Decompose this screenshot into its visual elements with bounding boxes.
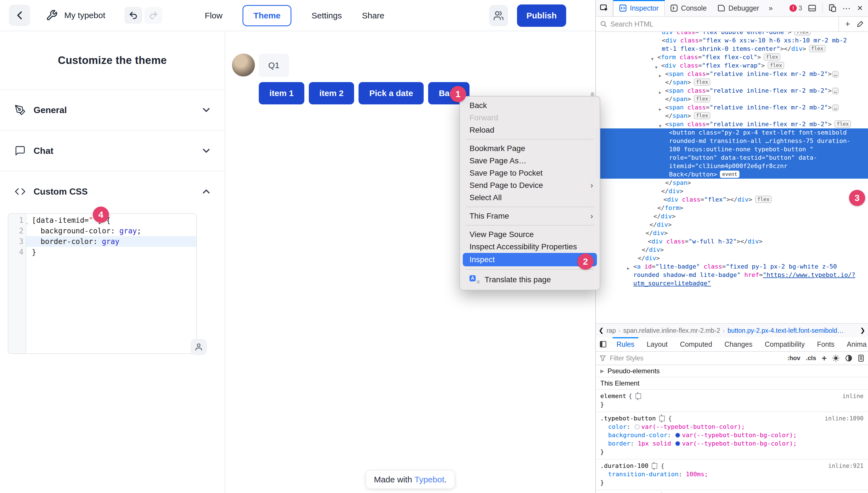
color-swatch[interactable] bbox=[675, 441, 680, 446]
pick-element-button[interactable] bbox=[596, 0, 613, 16]
rule-source-link[interactable]: inline bbox=[842, 392, 864, 400]
twisty-right-icon[interactable]: ▶ bbox=[659, 71, 661, 80]
tab-settings[interactable]: Settings bbox=[311, 11, 342, 20]
rule-settings-icon[interactable] bbox=[635, 393, 641, 399]
markup-node[interactable]: </div> bbox=[596, 212, 868, 220]
code-line[interactable]: background-color: gray; bbox=[26, 226, 196, 236]
markup-node-selected[interactable]: <button class="py-2 px-4 text-left font-… bbox=[596, 128, 868, 179]
breadcrumb-item[interactable]: button.py-2.px-4.text-left.font-semibold… bbox=[727, 327, 843, 335]
tab-theme[interactable]: Theme bbox=[243, 5, 291, 26]
rule-settings-icon[interactable] bbox=[652, 463, 657, 469]
error-count-button[interactable]: !3 bbox=[789, 4, 802, 12]
chat-button-item-2[interactable]: item 2 bbox=[309, 82, 355, 104]
menu-item-translate-this-page[interactable]: AɑTranslate this page bbox=[460, 273, 600, 287]
filter-styles-bar[interactable]: Filter Styles :hov .cls + bbox=[596, 352, 868, 365]
rule-selector[interactable]: .duration-100 bbox=[600, 462, 648, 470]
markup-node[interactable]: div class="flex bubble enter-done">flex bbox=[596, 32, 868, 36]
rule-source-link[interactable]: inline:1090 bbox=[825, 414, 864, 423]
sidebar-tab-computed[interactable]: Computed bbox=[674, 337, 718, 351]
sidebar-tab-fonts[interactable]: Fonts bbox=[811, 337, 841, 351]
markup-node[interactable]: </div> bbox=[596, 254, 868, 262]
sidebar-tab-compatibility[interactable]: Compatibility bbox=[759, 337, 811, 351]
add-node-icon[interactable]: + bbox=[845, 19, 850, 29]
markup-node[interactable]: </div> bbox=[596, 229, 868, 237]
chat-button-pick-a-date[interactable]: Pick a date bbox=[359, 82, 424, 104]
tab-debugger[interactable]: Debugger bbox=[712, 0, 765, 16]
section-custom-css[interactable]: Custom CSS bbox=[0, 171, 225, 212]
eyedropper-icon[interactable] bbox=[857, 21, 864, 27]
sidebar-tab-layout[interactable]: Layout bbox=[641, 337, 674, 351]
back-button[interactable] bbox=[9, 5, 30, 26]
tab-inspector[interactable]: Inspector bbox=[613, 0, 665, 16]
collaborators-button[interactable] bbox=[489, 5, 508, 26]
avatar-preview-button[interactable] bbox=[190, 339, 207, 355]
breadcrumb-item[interactable]: rap bbox=[606, 327, 615, 335]
menu-item-bookmark-page[interactable]: Bookmark Page bbox=[460, 142, 600, 155]
tab-console[interactable]: Console bbox=[665, 0, 712, 16]
css-declaration[interactable]: border: 1px solid var(--typebot-button-b… bbox=[600, 440, 864, 448]
code-line[interactable]: [data-itemid=""] { bbox=[26, 215, 196, 226]
markup-node[interactable]: <div class="w-full h-32"></div> bbox=[596, 237, 868, 246]
typebot-link[interactable]: Typebot bbox=[415, 475, 444, 484]
add-rule-icon[interactable]: + bbox=[822, 353, 827, 363]
section-chat[interactable]: Chat bbox=[0, 130, 225, 171]
markup-node[interactable]: </span> bbox=[596, 179, 868, 187]
markup-node[interactable]: ▶<a id="lite-badge" class="fixed py-1 px… bbox=[596, 262, 868, 287]
markup-node[interactable]: ▼<span class="relative inline-flex mr-2 … bbox=[596, 120, 868, 128]
menu-item-view-page-source[interactable]: View Page Source bbox=[460, 228, 600, 241]
split-console-icon[interactable] bbox=[808, 5, 816, 12]
chat-button-item-1[interactable]: item 1 bbox=[259, 82, 304, 104]
menu-item-inspect-accessibility-properties[interactable]: Inspect Accessibility Properties bbox=[460, 241, 600, 253]
twisty-right-icon[interactable]: ▶ bbox=[659, 105, 661, 113]
tab-flow[interactable]: Flow bbox=[205, 11, 222, 20]
css-code-editor[interactable]: 1⌄ 2 3 4 [data-itemid=""] { background-c… bbox=[8, 213, 197, 354]
color-scheme-icon[interactable] bbox=[845, 355, 852, 362]
color-swatch[interactable] bbox=[635, 424, 640, 429]
css-declaration[interactable]: color: var(--typebot-button-color); bbox=[600, 423, 864, 431]
class-toggle-button[interactable]: .cls bbox=[806, 355, 816, 362]
css-declaration[interactable]: transition-duration: 100ms; bbox=[600, 470, 864, 478]
markup-node[interactable]: ▶<span class="relative inline-flex mr-2 … bbox=[596, 87, 868, 103]
bot-name[interactable]: My typebot bbox=[64, 10, 105, 20]
rule-source-link[interactable]: inline:921 bbox=[828, 462, 864, 470]
code-line[interactable]: } bbox=[26, 247, 196, 257]
css-declaration[interactable]: background-color: var(--typebot-button-b… bbox=[600, 431, 864, 440]
devtools-menu-icon[interactable]: ⋯ bbox=[842, 3, 851, 13]
hover-state-button[interactable]: :hov bbox=[787, 355, 800, 362]
markup-node[interactable]: ▼<div class="flex flex-wrap">flex bbox=[596, 61, 868, 70]
menu-item-select-all[interactable]: Select All bbox=[460, 192, 600, 204]
markup-node[interactable]: </div> bbox=[596, 187, 868, 195]
breadcrumb-scroll-right-icon[interactable]: ❯ bbox=[860, 327, 865, 334]
code-line-active[interactable]: border-color: gray bbox=[26, 236, 196, 247]
search-html-bar[interactable]: Search HTML + bbox=[596, 17, 868, 32]
made-with-badge[interactable]: Made with Typebot. bbox=[366, 471, 455, 489]
menu-item-this-frame[interactable]: This Frame› bbox=[460, 210, 600, 222]
fold-arrow-icon[interactable]: ⌄ bbox=[26, 217, 28, 228]
more-tabs-button[interactable]: » bbox=[765, 0, 776, 16]
sidebar-tab-changes[interactable]: Changes bbox=[718, 337, 759, 351]
markup-node[interactable]: ▼<form class="flex flex-col">flex bbox=[596, 53, 868, 61]
menu-item-save-page-as[interactable]: Save Page As… bbox=[460, 155, 600, 167]
color-swatch[interactable] bbox=[675, 433, 680, 438]
breadcrumb-item[interactable]: span.relative.inline-flex.mr-2.mb-2 bbox=[623, 327, 720, 335]
markup-node[interactable]: </div> bbox=[596, 220, 868, 229]
menu-item-inspect[interactable]: Inspect bbox=[463, 253, 597, 266]
wrench-icon[interactable] bbox=[46, 9, 58, 21]
publish-button[interactable]: Publish bbox=[517, 4, 566, 27]
markup-node[interactable]: <div class="flex"></div>flex bbox=[596, 195, 868, 204]
markup-node[interactable]: </form> bbox=[596, 204, 868, 212]
rule-selector[interactable]: element bbox=[600, 392, 626, 400]
markup-node[interactable]: ▶<span class="relative inline-flex mr-2 … bbox=[596, 70, 868, 87]
rule-selector[interactable]: .typebot-button bbox=[600, 414, 656, 423]
light-theme-icon[interactable] bbox=[832, 355, 840, 362]
tab-share[interactable]: Share bbox=[362, 11, 384, 20]
menu-item-back[interactable]: Back bbox=[460, 100, 600, 112]
undo-button[interactable] bbox=[124, 7, 142, 24]
editor-code[interactable]: [data-itemid=""] { background-color: gra… bbox=[26, 214, 196, 353]
rule-settings-icon[interactable] bbox=[659, 416, 665, 421]
markup-node[interactable]: <div class="flex w-6 xs:w-10 h-6 xs:h-10… bbox=[596, 36, 868, 53]
close-devtools-icon[interactable]: ✕ bbox=[857, 4, 863, 13]
breadcrumb-scroll-left-icon[interactable]: ❮ bbox=[599, 327, 604, 334]
twisty-right-icon[interactable]: ▶ bbox=[627, 264, 629, 273]
markup-node[interactable]: ▶<span class="relative inline-flex mr-2 … bbox=[596, 103, 868, 120]
